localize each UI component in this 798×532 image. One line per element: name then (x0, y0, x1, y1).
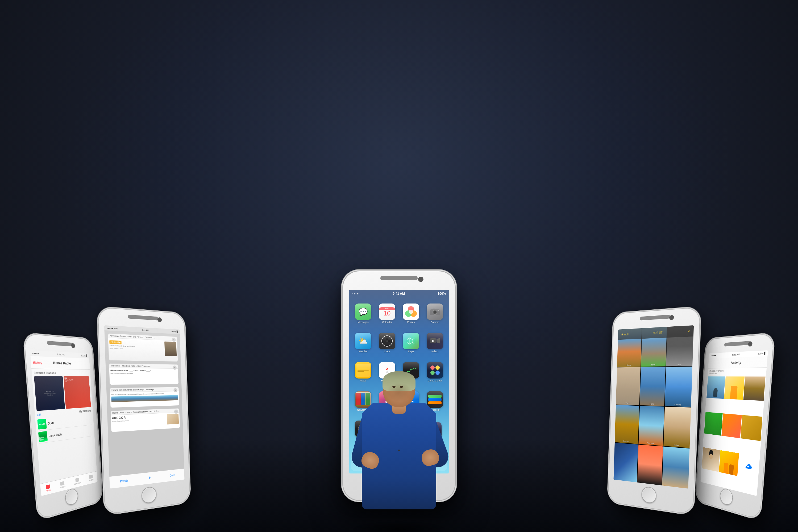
calendar-month: TUE (379, 307, 395, 310)
edit-btn[interactable]: Edit (37, 413, 41, 417)
svg-point-3 (409, 310, 413, 314)
phone-side-btn-right-fr (769, 381, 772, 397)
activity-photo-2[interactable] (724, 376, 744, 400)
outdoor-person-2 (729, 464, 734, 475)
weather-icon: ⛅ (355, 333, 371, 349)
safari-tab-outside[interactable]: × Adventure Travel, Gear, and Fitness | … (108, 333, 178, 362)
flash-control[interactable]: ⚡ Auto (621, 333, 629, 336)
private-btn[interactable]: Private (120, 479, 128, 483)
itunes-radio-title: iTunes Radio (53, 361, 71, 365)
tab-radio[interactable]: Radio (45, 484, 51, 492)
phone-second-left-wrapper: ●●●●● WiFi 9:41 AM 100% ▊ × Adventure Tr… (98, 307, 190, 514)
tab-close-bold-italic[interactable]: × (173, 365, 177, 370)
photo-chrome-img (665, 366, 692, 407)
presenter-eyes (393, 386, 403, 388)
activity-photo-5[interactable] (722, 414, 742, 438)
album-red[interactable]: MIL iTunes Top 100Like... (63, 376, 91, 409)
battery-fr: 100% ▊ (758, 352, 766, 355)
tab-profile[interactable]: Profile (89, 475, 93, 482)
activity-photo-7[interactable] (702, 447, 720, 472)
safari-tab-decor[interactable]: × Home Decor – Home Decorating Ideas – E… (110, 408, 180, 432)
photo-10-img (613, 443, 638, 482)
camera-photo-10[interactable] (613, 443, 638, 482)
decor-image (167, 414, 179, 424)
camera-photo-8[interactable]: Transfer (639, 406, 664, 445)
activity-photo-icloud[interactable] (738, 453, 759, 480)
activity-photo-1[interactable] (706, 376, 725, 399)
app-photos[interactable]: Photos (400, 300, 422, 328)
portrait-bg (702, 447, 720, 472)
tab-close-everest[interactable]: × (173, 388, 177, 392)
safari-tab-bold-italic[interactable]: × Welcome – The Bold Italic – San Franci… (109, 363, 179, 385)
home-button-second-right[interactable] (641, 486, 657, 504)
photo-none-img (640, 367, 666, 406)
app-messages[interactable]: 💬 Messages (352, 300, 375, 328)
safari-tab-everest[interactable]: × How to trek to Everest Base Camp – tra… (110, 387, 179, 408)
app-weather[interactable]: ⛅ Weather (352, 329, 375, 357)
hdr-control[interactable]: HDR Off (653, 331, 662, 334)
videos-svg (430, 337, 440, 345)
new-tab-btn[interactable]: + (148, 475, 151, 481)
camera-switch[interactable]: ⊙ (688, 329, 690, 333)
album-sublabel-1: Trending on TwitterAlt + Indie (44, 392, 56, 396)
tab-history[interactable]: History (60, 481, 65, 489)
outside-img-placeholder (165, 342, 177, 356)
camera-photo-12[interactable] (662, 446, 689, 489)
phone-camera-center (418, 277, 423, 282)
activity-photo-3[interactable] (743, 376, 765, 401)
ios-status-bar: ●●●●● 9:41 AM 100% (349, 290, 449, 298)
outdoor-photo-bg (719, 450, 739, 476)
photo-11-img (637, 444, 663, 486)
icloud-svg (744, 462, 752, 471)
camera-photo-6[interactable]: Chrome (665, 366, 692, 407)
app-maps[interactable]: Maps (400, 329, 422, 357)
activity-photo-8[interactable] (719, 450, 739, 476)
profile-icon (89, 475, 93, 479)
time-fr: 9:41 AM (732, 353, 740, 356)
camera-photo-5[interactable]: None (640, 367, 666, 406)
tab-close-outside[interactable]: × (172, 338, 176, 342)
nav-news: News (110, 347, 113, 349)
signal-strength: ●●●●● (352, 292, 360, 295)
phone-second-left-screen: ●●●●● WiFi 9:41 AM 100% ▊ × Adventure Tr… (104, 325, 185, 489)
activity-photo-4[interactable] (704, 412, 723, 436)
clock-svg (381, 335, 393, 347)
tab-wishlist[interactable]: Wish List (74, 477, 81, 486)
album-label-2: MIL iTunes Top 100Like... (63, 376, 89, 383)
camera-photo-9[interactable]: Instant (663, 407, 691, 448)
battery-sl: 100% ▊ (171, 330, 178, 333)
home-button-far-left[interactable] (65, 488, 78, 507)
decor-text-area: =DECOR Home Decorating Ideas (112, 414, 166, 431)
done-btn[interactable]: Done (170, 474, 175, 477)
app-calendar[interactable]: TUE 10 Calendar (376, 300, 398, 328)
svg-rect-17 (406, 336, 416, 346)
history-btn[interactable]: History (33, 361, 42, 364)
camera-photo-4[interactable]: Fade (616, 367, 640, 405)
outside-logo: Outside (109, 340, 121, 344)
yellow-photo-bg (724, 376, 744, 400)
filter-chrome: Chrome (674, 404, 681, 406)
phone-second-right-screen: ⚡ Auto HDR Off ⊙ Mono Tonal (613, 325, 694, 489)
calendar-label: Calendar (382, 321, 392, 323)
filter-noir: Noir (678, 363, 681, 365)
camera-photo-7[interactable]: Process (615, 405, 639, 444)
history-icon (60, 481, 65, 486)
videos-icon (427, 333, 443, 349)
camera-photo-11[interactable] (637, 444, 663, 486)
home-button-second-left[interactable] (141, 486, 157, 504)
eye-right (400, 386, 403, 388)
phone-camera-far-right (748, 341, 753, 347)
presenter-head (383, 373, 415, 407)
app-clock[interactable]: Clock (376, 329, 398, 357)
home-button-far-right[interactable] (720, 488, 733, 507)
presentation-scene: ●●●●● 9:41 AM 100% ▊ History iTunes Radi… (0, 0, 798, 532)
tab-preview-everest: Trek to Everest Base Camp guide with tip… (110, 391, 179, 408)
tab-radio-label: Radio (46, 489, 51, 492)
album-indie[interactable]: ALT·INDIE Trending on TwitterAlt + Indie (34, 376, 65, 411)
app-camera[interactable]: Camera (423, 300, 446, 328)
videos-label: Videos (431, 350, 438, 353)
app-videos[interactable]: Videos (423, 329, 446, 357)
safari-tabs-list: × Adventure Travel, Gear, and Fitness | … (104, 330, 184, 476)
activity-photos-grid (700, 376, 766, 496)
activity-photo-6[interactable] (741, 415, 762, 441)
